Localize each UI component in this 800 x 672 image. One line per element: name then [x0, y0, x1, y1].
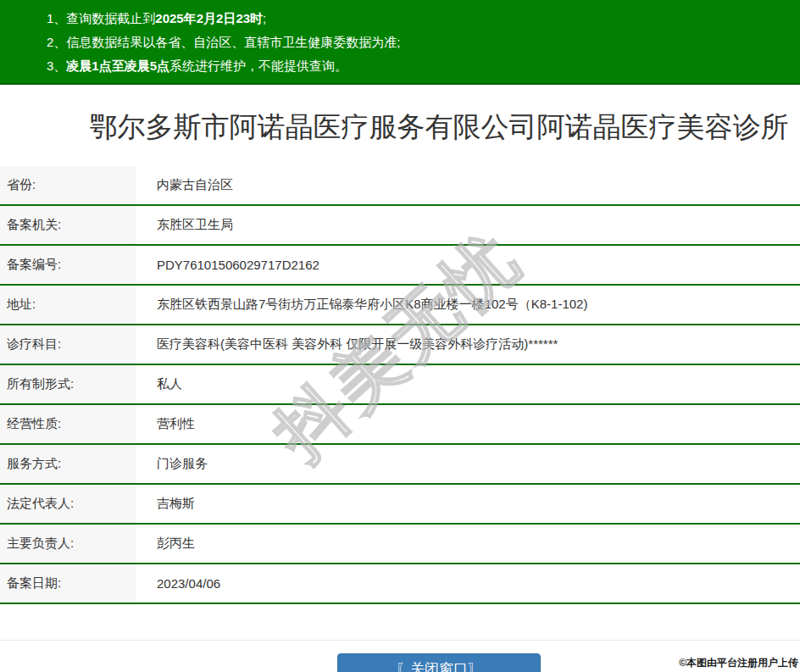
table-row: 服务方式:门诊服务: [0, 444, 800, 484]
notice-number: 1、: [47, 11, 66, 25]
table-row: 省份:内蒙古自治区: [0, 166, 800, 205]
notice-text: 信息数据结果以各省、自治区、直辖市卫生健康委数据为准;: [66, 35, 400, 49]
field-value: 吉梅斯: [136, 484, 800, 524]
notice-text-bold: 2025年2月2日23时: [155, 11, 263, 25]
notice-text: ;: [263, 11, 266, 25]
notice-text: 系统进行维护，不能提供查询。: [169, 58, 347, 73]
field-value: 东胜区铁西景山路7号街坊万正锦泰华府小区K8商业楼一楼102号（K8-1-102…: [136, 285, 800, 325]
filing-info-table-body: 省份:内蒙古自治区备案机关:东胜区卫生局备案编号:PDY761015060297…: [0, 166, 800, 603]
field-value: 2023/04/06: [136, 564, 800, 603]
field-value: 门诊服务: [136, 444, 800, 484]
field-label: 所有制形式:: [0, 364, 136, 404]
field-value: 内蒙古自治区: [136, 166, 800, 205]
table-footer-spacer: [0, 604, 800, 641]
field-value: 私人: [136, 364, 800, 404]
field-value: 营利性: [136, 404, 800, 444]
field-label: 主要负责人:: [0, 524, 136, 564]
field-value: 彭丙生: [136, 524, 800, 564]
page-title: 鄂尔多斯市阿诺晶医疗服务有限公司阿诺晶医疗美容诊所: [78, 108, 800, 147]
field-value: 医疗美容科(美容中医科 美容外科 仅限开展一级美容外科诊疗活动)******: [136, 325, 800, 364]
field-value: PDY76101506029717D2162: [136, 245, 800, 285]
notice-text: 查询数据截止到: [66, 11, 155, 25]
field-label: 法定代表人:: [0, 484, 136, 524]
field-label: 服务方式:: [0, 444, 136, 484]
field-label: 诊疗科目:: [0, 325, 136, 364]
table-row: 备案机关:东胜区卫生局: [0, 205, 800, 245]
table-row: 备案编号:PDY76101506029717D2162: [0, 245, 800, 285]
table-row: 备案日期:2023/04/06: [0, 564, 800, 603]
table-row: 经营性质:营利性: [0, 404, 800, 444]
table-row: 主要负责人:彭丙生: [0, 524, 800, 564]
field-label: 备案编号:: [0, 245, 136, 285]
notice-list: 1、查询数据截止到2025年2月2日23时;2、信息数据结果以各省、自治区、直辖…: [47, 7, 783, 78]
field-label: 经营性质:: [0, 404, 136, 444]
footer-credit: ©本图由平台注册用户上传: [679, 656, 798, 670]
table-row: 诊疗科目:医疗美容科(美容中医科 美容外科 仅限开展一级美容外科诊疗活动)***…: [0, 325, 800, 364]
close-window-button[interactable]: 〖关闭窗口〗: [337, 653, 541, 672]
field-label: 省份:: [0, 166, 136, 205]
notice-banner: 1、查询数据截止到2025年2月2日23时;2、信息数据结果以各省、自治区、直辖…: [0, 0, 800, 85]
table-row: 地址:东胜区铁西景山路7号街坊万正锦泰华府小区K8商业楼一楼102号（K8-1-…: [0, 285, 800, 325]
table-row: 法定代表人:吉梅斯: [0, 484, 800, 524]
field-label: 备案机关:: [0, 205, 136, 245]
notice-number: 2、: [47, 35, 66, 49]
notice-line: 3、凌晨1点至凌晨5点系统进行维护，不能提供查询。: [47, 54, 783, 78]
notice-number: 3、: [47, 58, 66, 73]
notice-line: 1、查询数据截止到2025年2月2日23时;: [47, 7, 783, 31]
notice-text-bold: 凌晨1点至凌晨5点: [66, 58, 169, 73]
filing-info-table: 省份:内蒙古自治区备案机关:东胜区卫生局备案编号:PDY761015060297…: [0, 166, 800, 604]
field-label: 地址:: [0, 285, 136, 325]
notice-line: 2、信息数据结果以各省、自治区、直辖市卫生健康委数据为准;: [47, 31, 783, 54]
field-label: 备案日期:: [0, 564, 136, 603]
table-row: 所有制形式:私人: [0, 364, 800, 404]
field-value: 东胜区卫生局: [136, 205, 800, 245]
